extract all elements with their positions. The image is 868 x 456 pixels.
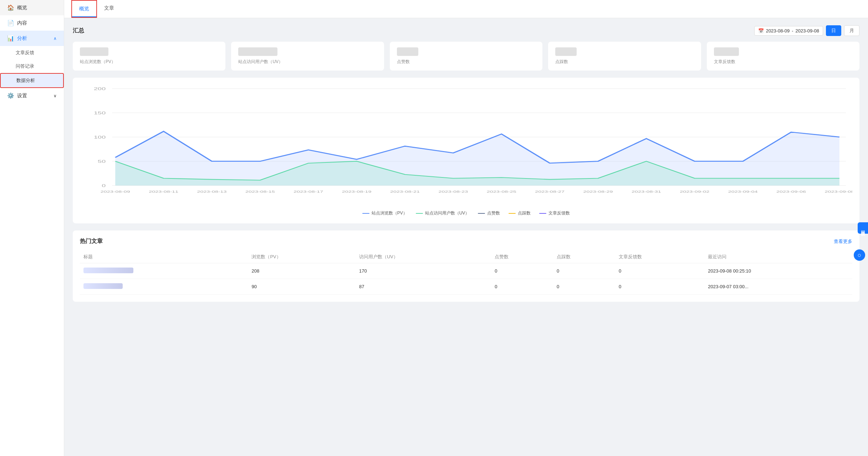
date-end: 2023-09-08 — [796, 28, 820, 33]
feedback-float-button[interactable]: 问题反馈 — [858, 222, 868, 234]
hot-articles-title: 热门文章 — [80, 238, 103, 245]
top-tab-bar: 概览 文章 — [64, 0, 868, 18]
row2-last-visit: 2023-09-07 03:00... — [704, 279, 852, 295]
svg-text:2023-08-29: 2023-08-29 — [583, 190, 613, 193]
row2-likes: 0 — [491, 279, 553, 295]
sidebar-item-settings[interactable]: ⚙️ 设置 ∨ — [0, 88, 64, 103]
svg-text:150: 150 — [94, 110, 106, 115]
svg-text:0: 0 — [102, 183, 106, 188]
line-chart: 200 150 100 50 0 2023-0 — [80, 85, 852, 206]
summary-title: 汇总 — [73, 27, 84, 35]
svg-text:200: 200 — [94, 86, 106, 91]
svg-text:2023-08-27: 2023-08-27 — [535, 190, 565, 193]
sidebar-item-overview[interactable]: 🏠 概览 — [0, 0, 64, 15]
col-last-visit: 最近访问 — [704, 251, 852, 263]
chart-container: 200 150 100 50 0 2023-0 — [73, 78, 859, 223]
legend-dislikes: 点踩数 — [509, 210, 531, 216]
float-icon: ○ — [858, 252, 862, 259]
content-icon: 📄 — [7, 20, 14, 26]
sidebar-item-content[interactable]: 📄 内容 — [0, 15, 64, 31]
view-more-link[interactable]: 查看更多 — [834, 238, 852, 245]
sidebar-item-data-analysis[interactable]: 数据分析 — [0, 73, 64, 88]
row2-title — [80, 279, 248, 295]
title-blur-2 — [83, 283, 123, 289]
dislikes-label: 点踩数 — [555, 59, 694, 65]
svg-text:2023-09-08: 2023-09-08 — [824, 190, 852, 193]
svg-text:2023-08-19: 2023-08-19 — [342, 190, 372, 193]
row1-last-visit: 2023-09-08 00:25:10 — [704, 263, 852, 279]
sidebar-item-qa-records[interactable]: 问答记录 — [0, 59, 64, 73]
analysis-icon: 📊 — [7, 35, 14, 42]
likes-label: 点赞数 — [397, 59, 535, 65]
date-picker[interactable]: 📅 2023-08-09 - 2023-09-08 — [754, 26, 823, 36]
article-feedback-label: 文章反馈 — [16, 50, 34, 55]
legend-dislikes-dot — [509, 213, 516, 214]
uv-value — [238, 47, 277, 56]
dislikes-value — [555, 47, 577, 56]
main-content: 概览 文章 汇总 📅 2023-08-09 - 2023-09-08 日 月 — [64, 0, 868, 456]
stat-card-feedback: 文章反馈数 — [707, 42, 859, 71]
col-uv: 访问用户数（UV） — [356, 251, 491, 263]
hot-articles-table: 标题 浏览数（PV） 访问用户数（UV） 点赞数 点踩数 文章反馈数 最近访问 … — [80, 251, 852, 295]
svg-text:2023-08-17: 2023-08-17 — [293, 190, 323, 193]
day-button[interactable]: 日 — [826, 25, 841, 36]
row2-feedback: 0 — [615, 279, 704, 295]
summary-header: 汇总 📅 2023-08-09 - 2023-09-08 日 月 — [73, 25, 859, 36]
legend-pv-dot — [362, 213, 369, 214]
sidebar: 🏠 概览 📄 内容 📊 分析 ∧ 文章反馈 问答记录 数据分析 ⚙️ 设置 ∨ — [0, 0, 64, 456]
svg-text:2023-08-23: 2023-08-23 — [438, 190, 468, 193]
tab-article[interactable]: 文章 — [97, 0, 121, 18]
row2-pv: 90 — [248, 279, 356, 295]
legend-feedback: 文章反馈数 — [539, 210, 570, 216]
col-likes: 点赞数 — [491, 251, 553, 263]
sidebar-item-content-label: 内容 — [17, 20, 27, 26]
float-circle-button[interactable]: ○ — [854, 249, 865, 261]
home-icon: 🏠 — [7, 4, 14, 11]
svg-text:2023-09-06: 2023-09-06 — [776, 190, 806, 193]
row1-pv: 208 — [248, 263, 356, 279]
tab-overview[interactable]: 概览 — [71, 0, 97, 18]
svg-text:2023-08-11: 2023-08-11 — [149, 190, 178, 193]
table-header-row: 标题 浏览数（PV） 访问用户数（UV） 点赞数 点踩数 文章反馈数 最近访问 — [80, 251, 852, 263]
legend-uv-label: 站点访问用户数（UV） — [425, 210, 470, 216]
sidebar-item-article-feedback[interactable]: 文章反馈 — [0, 46, 64, 59]
row1-uv: 170 — [356, 263, 491, 279]
svg-text:2023-08-13: 2023-08-13 — [197, 190, 227, 193]
date-separator: - — [792, 28, 793, 33]
col-title: 标题 — [80, 251, 248, 263]
row1-likes: 0 — [491, 263, 553, 279]
date-range-control: 📅 2023-08-09 - 2023-09-08 日 月 — [754, 25, 859, 36]
feedback-label: 文章反馈数 — [714, 59, 852, 65]
chart-svg: 200 150 100 50 0 2023-0 — [80, 85, 852, 206]
qa-records-label: 问答记录 — [16, 63, 34, 69]
row1-dislikes: 0 — [553, 263, 615, 279]
legend-uv: 站点访问用户数（UV） — [416, 210, 470, 216]
stat-cards-row: 站点浏览数（PV） 站点访问用户数（UV） 点赞数 点踩数 文章反馈数 — [73, 42, 859, 71]
chevron-up-icon: ∧ — [53, 36, 57, 41]
date-start: 2023-08-09 — [766, 28, 790, 33]
data-analysis-label: 数据分析 — [16, 78, 35, 83]
svg-text:2023-08-09: 2023-08-09 — [101, 190, 130, 193]
page-content: 汇总 📅 2023-08-09 - 2023-09-08 日 月 站点浏览数（P… — [64, 18, 868, 456]
svg-text:2023-08-31: 2023-08-31 — [632, 190, 661, 193]
col-feedback: 文章反馈数 — [615, 251, 704, 263]
sidebar-item-analysis[interactable]: 📊 分析 ∧ — [0, 31, 64, 46]
col-dislikes: 点踩数 — [553, 251, 615, 263]
row2-dislikes: 0 — [553, 279, 615, 295]
row1-feedback: 0 — [615, 263, 704, 279]
svg-text:2023-09-02: 2023-09-02 — [680, 190, 709, 193]
legend-pv-label: 站点浏览数（PV） — [372, 210, 407, 216]
likes-value — [397, 47, 418, 56]
month-button[interactable]: 月 — [844, 25, 859, 36]
sidebar-item-overview-label: 概览 — [17, 5, 27, 11]
svg-text:2023-09-04: 2023-09-04 — [728, 190, 758, 193]
uv-label: 站点访问用户数（UV） — [238, 59, 377, 65]
analysis-submenu: 文章反馈 问答记录 数据分析 — [0, 46, 64, 88]
svg-text:100: 100 — [94, 135, 106, 139]
pv-value — [80, 47, 108, 56]
hot-articles-section: 热门文章 查看更多 标题 浏览数（PV） 访问用户数（UV） 点赞数 点踩数 文… — [73, 230, 859, 302]
svg-text:2023-08-25: 2023-08-25 — [487, 190, 516, 193]
stat-card-likes: 点赞数 — [390, 42, 542, 71]
stat-card-uv: 站点访问用户数（UV） — [231, 42, 384, 71]
legend-dislikes-label: 点踩数 — [518, 210, 531, 216]
